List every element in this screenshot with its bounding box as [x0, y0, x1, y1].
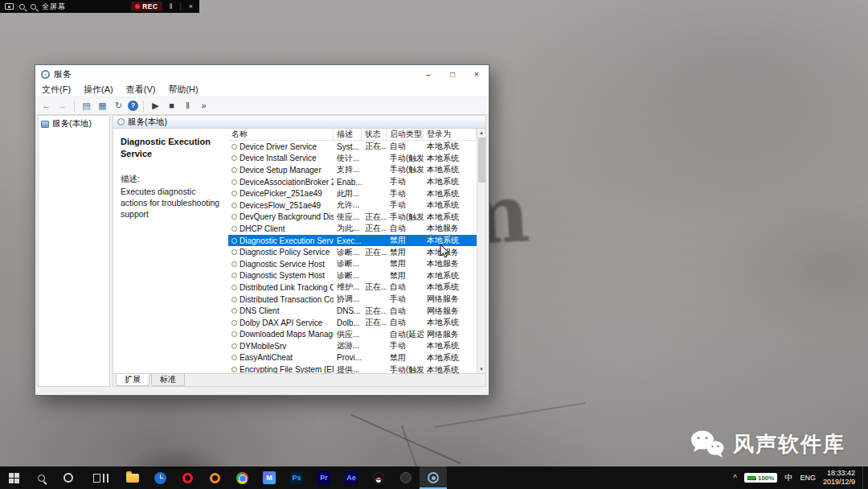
table-row[interactable]: Diagnostic Execution Service Exec... 禁用 …: [228, 235, 477, 247]
tray-expand-icon[interactable]: ^: [733, 474, 737, 483]
taskbar: MPsPrAe ^ 100% 中 ENG 18:33:42 2019/12/9: [0, 466, 868, 489]
menu-action[interactable]: 操作(A): [77, 84, 120, 96]
service-gear-icon: [231, 167, 237, 173]
camera-icon[interactable]: [5, 3, 14, 10]
maximize-button[interactable]: □: [440, 65, 465, 83]
show-console-tree-icon[interactable]: ▤: [80, 99, 93, 113]
table-row[interactable]: Distributed Transaction Co... 协调... 手动 网…: [228, 294, 477, 306]
wechat-icon: [690, 429, 725, 458]
cortana-button[interactable]: [55, 466, 82, 489]
service-gear-icon: [231, 238, 237, 244]
chrome-icon[interactable]: [228, 466, 256, 489]
toolbar-separator: [143, 101, 144, 112]
record-button[interactable]: REC: [131, 2, 162, 11]
console-tree-pane: 服务(本地): [38, 115, 110, 387]
ime-mode-indicator[interactable]: 中: [784, 472, 792, 483]
table-row[interactable]: Device Driver Service Syst... 正在... 自动 本…: [228, 141, 477, 153]
pause-recording-icon[interactable]: ‖: [168, 2, 174, 10]
tray-time: 18:33:42: [827, 469, 855, 478]
table-row[interactable]: DevicesFlow_251ae49 允许... 手动 本地系统: [228, 199, 477, 212]
table-row[interactable]: EasyAntiCheat Provi... 禁用 本地系统: [228, 352, 477, 364]
menu-file[interactable]: 文件(F): [35, 84, 77, 96]
cortana-icon: [63, 473, 73, 483]
help-icon[interactable]: ?: [128, 101, 138, 111]
pane-header-icon: [117, 118, 125, 125]
forward-icon[interactable]: →: [55, 99, 69, 113]
scroll-up-icon[interactable]: ▲: [477, 129, 485, 137]
table-row[interactable]: DNS Client DNS... 正在... 自动 网络服务: [228, 305, 477, 317]
pause-service-icon[interactable]: ‖: [181, 99, 194, 113]
minimize-button[interactable]: –: [416, 65, 440, 83]
qq-icon[interactable]: [365, 466, 392, 489]
column-header-name[interactable]: 名称: [228, 129, 334, 140]
table-row[interactable]: DevicePicker_251ae49 此用... 手动 本地系统: [228, 187, 477, 199]
opera-browser-icon[interactable]: [174, 466, 201, 489]
table-row[interactable]: Diagnostic Service Host 诊断... 禁用 本地服务: [228, 258, 477, 270]
task-view-icon: [93, 474, 108, 483]
clock-app-icon[interactable]: [146, 466, 174, 489]
capture-mode-label[interactable]: 全屏幕: [42, 2, 66, 12]
table-row[interactable]: DeviceAssociationBroker 2... Enab... 手动 …: [228, 176, 477, 188]
premiere-icon[interactable]: Pr: [310, 466, 338, 489]
photoshop-icon: Ps: [290, 471, 303, 484]
menu-bar: 文件(F) 操作(A) 查看(V) 帮助(H): [35, 83, 489, 97]
tab-standard[interactable]: 标准: [151, 374, 185, 386]
column-header-description[interactable]: 描述: [334, 129, 362, 140]
dark-app-icon[interactable]: [392, 466, 420, 489]
export-list-icon[interactable]: ▦: [96, 99, 109, 113]
table-row[interactable]: Downloaded Maps Manager 供应... 自动(延迟... 网…: [228, 329, 477, 341]
table-row[interactable]: Device Setup Manager 支持... 手动(触发... 本地系统: [228, 164, 477, 176]
column-header-logon-as[interactable]: 登录为: [424, 129, 477, 140]
task-view-button[interactable]: [82, 466, 119, 489]
column-header-status[interactable]: 状态: [362, 129, 387, 140]
table-row[interactable]: Dolby DAX API Service Dolb... 正在... 自动 本…: [228, 317, 477, 329]
scroll-down-icon[interactable]: ▼: [477, 365, 485, 373]
taskbar-clock[interactable]: 18:33:42 2019/12/9: [823, 469, 855, 487]
table-row[interactable]: DevQuery Background Dis... 使应... 正在... 手…: [228, 212, 477, 224]
start-service-icon[interactable]: ▶: [149, 99, 162, 113]
table-row[interactable]: DYMobileSrv 远游... 手动 本地系统: [228, 340, 477, 352]
restart-service-icon[interactable]: »: [197, 99, 211, 113]
table-row[interactable]: Diagnostic System Host 诊断... 禁用 本地系统: [228, 270, 477, 282]
table-row[interactable]: Diagnostic Policy Service 诊断... 正在... 禁用…: [228, 246, 477, 258]
service-gear-icon: [231, 367, 237, 372]
services-window: 服务 – □ × 文件(F) 操作(A) 查看(V) 帮助(H) ←→▤▦↻?▶…: [35, 64, 489, 396]
start-button[interactable]: [0, 466, 27, 489]
taskbar-search-button[interactable]: [27, 466, 55, 489]
vertical-scrollbar[interactable]: ▲ ▼: [477, 129, 485, 373]
file-explorer-icon[interactable]: [119, 466, 146, 489]
close-recorder-icon[interactable]: ×: [187, 2, 194, 10]
table-row[interactable]: Distributed Link Tracking C... 维护... 正在.…: [228, 281, 477, 294]
table-header-row: 名称 描述 状态 启动类型 登录为: [228, 129, 477, 141]
scrollbar-thumb[interactable]: [478, 138, 485, 183]
service-gear-icon: [231, 179, 237, 185]
battery-indicator[interactable]: 100%: [744, 473, 777, 483]
zoom-out-icon[interactable]: [31, 4, 36, 10]
refresh-icon[interactable]: ↻: [112, 99, 125, 113]
close-button[interactable]: ×: [465, 65, 489, 83]
back-icon[interactable]: ←: [39, 99, 53, 113]
table-row[interactable]: Encrypting File System (EFS) 提供... 手动(触发…: [228, 364, 477, 373]
photoshop-icon[interactable]: Ps: [283, 466, 310, 489]
stop-service-icon[interactable]: ■: [165, 99, 178, 113]
language-indicator[interactable]: ENG: [800, 474, 816, 482]
window-titlebar[interactable]: 服务 – □ ×: [35, 65, 489, 83]
tree-item-services-local[interactable]: 服务(本地): [39, 116, 109, 132]
services-app-icon[interactable]: [420, 466, 447, 489]
menu-help[interactable]: 帮助(H): [162, 84, 204, 96]
after-effects-icon[interactable]: Ae: [338, 466, 365, 489]
premiere-icon: Pr: [317, 471, 330, 484]
table-row[interactable]: Device Install Service 使计... 手动(触发... 本地…: [228, 153, 477, 165]
m-app-icon[interactable]: M: [256, 466, 283, 489]
show-desktop-button[interactable]: [862, 466, 866, 489]
menu-view[interactable]: 查看(V): [120, 84, 162, 96]
service-gear-icon: [231, 285, 237, 290]
column-header-startup-type[interactable]: 启动类型: [387, 129, 424, 140]
window-toolbar: ←→▤▦↻?▶■‖»: [35, 97, 489, 115]
console-root-icon: [41, 121, 49, 128]
qq-icon: [374, 472, 384, 484]
orange-app-icon[interactable]: [201, 466, 228, 489]
zoom-in-icon[interactable]: [19, 4, 25, 10]
tab-extended[interactable]: 扩展: [116, 374, 149, 386]
table-row[interactable]: DHCP Client 为此... 正在... 自动 本地服务: [228, 223, 477, 235]
